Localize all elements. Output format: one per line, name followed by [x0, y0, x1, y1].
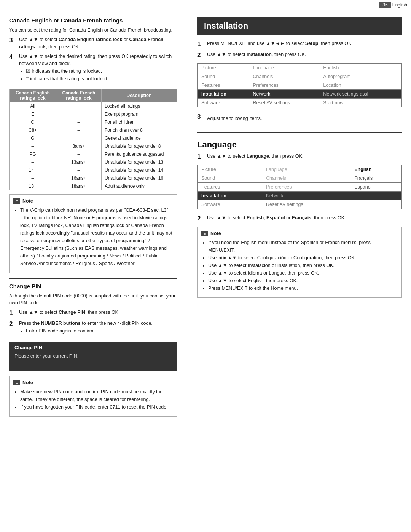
- install-step3: 3 Adjust the following items.: [197, 113, 402, 127]
- page-language: English: [392, 2, 407, 8]
- installation-section: Installation 1 Press MENU/EXIT and use ▲…: [197, 17, 402, 127]
- step4-text: Use ▲▼ to select the desired rating, the…: [19, 53, 177, 85]
- bullet-unlocked: □ indicates that the rating is not locke…: [26, 75, 177, 83]
- menu-row: SoftwareReset AV settingsStart now: [198, 99, 402, 107]
- table-cell: Unsuitable for ages under 8: [101, 142, 177, 150]
- pin-step2-text: Press the NUMBER buttons to enter the ne…: [19, 320, 177, 337]
- change-pin-desc: Although the default PIN code (0000) is …: [9, 292, 177, 307]
- lang-menu-cell: Preferences: [262, 183, 350, 192]
- table-cell: Unsuitable for ages under 14: [101, 166, 177, 174]
- canada-step4: 4 Use ▲▼ to select the desired rating, t…: [9, 53, 177, 85]
- table-cell: 18ans+: [56, 182, 101, 190]
- pin-step2-num: 2: [9, 320, 17, 328]
- menu-cell: Language: [249, 64, 319, 72]
- table-cell: For children over 8: [101, 126, 177, 134]
- table-cell: Adult audience only: [101, 182, 177, 190]
- install-step1: 1 Press MENU/EXIT and use ▲▼◄► to select…: [197, 40, 402, 48]
- table-cell: –: [56, 118, 101, 126]
- table-cell: General audience: [101, 134, 177, 142]
- lang-note-item: Use ▲▼ to select Instalación or Installa…: [208, 262, 398, 269]
- pin-note-bullet1: Make sure new PIN code and confirm PIN c…: [20, 388, 173, 403]
- table-cell: E: [10, 110, 56, 118]
- lang-note-list: If you need the English menu instead of …: [208, 239, 398, 292]
- table-cell: G: [10, 134, 56, 142]
- page-number: 36: [379, 2, 390, 8]
- lang-menu-cell: Language: [262, 165, 350, 174]
- lang-note-item: Use ◄►▲▼ to select Configuración or Conf…: [208, 254, 398, 262]
- pin-box-title: Change PIN: [14, 345, 172, 350]
- menu-cell: Picture: [198, 64, 249, 72]
- lang-step2-text: Use ▲▼ to select English, Español or Fra…: [207, 214, 402, 222]
- table-cell: –: [10, 158, 56, 166]
- pin-note-bullet2: If you have forgotten your PIN code, ent…: [20, 403, 173, 411]
- change-pin-title: Change PIN: [9, 283, 177, 289]
- menu-cell: Start now: [319, 99, 402, 107]
- menu-cell: Preferences: [249, 81, 319, 90]
- table-cell: –: [10, 174, 56, 182]
- left-column: Canada English or Canada French ratings …: [0, 10, 186, 430]
- menu-cell: Installation: [198, 90, 249, 99]
- menu-cell: English: [319, 64, 402, 72]
- lang-menu-row: FeaturesPreferencesEspañol: [198, 183, 402, 192]
- install-step1-text: Press MENU/EXIT and use ▲▼◄► to select S…: [207, 40, 402, 47]
- menu-row: PictureLanguageEnglish: [198, 64, 402, 72]
- menu-cell: Channels: [249, 72, 319, 81]
- table-cell: 18+: [10, 182, 56, 190]
- pin-box-line: [14, 364, 172, 364]
- lang-menu-cell: English: [350, 165, 402, 174]
- lang-note-box: ≡ Note If you need the English menu inst…: [197, 227, 402, 298]
- menu-cell: Network settings assi: [319, 90, 402, 99]
- lang-menu-cell: Reset AV settings: [262, 200, 350, 209]
- install-step3-text: Adjust the following items.: [207, 115, 402, 122]
- canada-ratings-title: Canada English or Canada French ratings: [9, 17, 177, 24]
- menu-row: FeaturesPreferencesLocation: [198, 81, 402, 90]
- menu-cell: Software: [198, 99, 249, 107]
- lang-menu-cell: Channels: [262, 174, 350, 183]
- table-cell: 16ans+: [56, 174, 101, 182]
- lang-note-item: Use ▲▼ to select Idioma or Langue, then …: [208, 269, 398, 277]
- table-cell: Unsuitable for ages under 16: [101, 174, 177, 182]
- pin-step1: 1 Use ▲▼ to select Change PIN, then pres…: [9, 309, 177, 317]
- table-cell: 13ans+: [56, 158, 101, 166]
- step3-text: Use ▲▼ to select Canada English ratings …: [19, 36, 177, 51]
- change-pin-section: Change PIN Although the default PIN code…: [9, 283, 177, 417]
- table-cell: All: [10, 102, 56, 110]
- lang-note-icon: ≡: [201, 231, 208, 236]
- step3-num: 3: [9, 36, 17, 45]
- table-header-desc: Description: [101, 89, 177, 102]
- lang-menu-cell: [350, 192, 402, 200]
- step4-num: 4: [9, 53, 17, 61]
- bullet-locked: ☑ indicates that the rating is locked.: [26, 67, 177, 75]
- change-pin-box: Change PIN Please enter your current PIN…: [9, 342, 177, 371]
- language-heading: Language: [197, 140, 402, 150]
- install-step1-num: 1: [197, 40, 205, 48]
- table-cell: PG: [10, 150, 56, 158]
- menu-row: InstallationNetworkNetwork settings assi: [198, 90, 402, 99]
- canada-note-title: ≡ Note: [13, 198, 173, 205]
- table-cell: –: [56, 126, 101, 134]
- lang-note-item: Use ▲▼ to select English, then press OK.: [208, 277, 398, 284]
- table-cell: [56, 134, 101, 142]
- lang-menu-cell: Español: [350, 183, 402, 192]
- section-divider-1: [9, 278, 177, 279]
- lang-note-item: If you need the English menu instead of …: [208, 239, 398, 254]
- section-divider-2: [197, 132, 402, 133]
- menu-cell: Reset AV settings: [249, 99, 319, 107]
- canada-note-text: The V-Chip can block non rated programs …: [20, 206, 173, 267]
- note-icon: ≡: [13, 198, 20, 204]
- pin-step2-bullet: Enter PIN code again to confirm.: [26, 327, 177, 335]
- lang-note-item: Press MENU/EXIT to exit the Home menu.: [208, 284, 398, 292]
- lang-menu-table: PictureLanguageEnglishSoundChannelsFranç…: [197, 165, 402, 209]
- lang-note-title: ≡ Note: [201, 230, 398, 237]
- table-cell: [56, 110, 101, 118]
- table-cell: [56, 102, 101, 110]
- pin-step1-text: Use ▲▼ to select Change PIN, then press …: [19, 309, 177, 316]
- table-cell: Exempt program: [101, 110, 177, 118]
- menu-cell: Network: [249, 90, 319, 99]
- install-step2: 2 Use ▲▼ to select Installation, then pr…: [197, 51, 402, 59]
- menu-cell: Sound: [198, 72, 249, 81]
- install-step2-num: 2: [197, 51, 205, 59]
- right-column: Installation 1 Press MENU/EXIT and use ▲…: [186, 10, 411, 430]
- table-cell: –: [56, 166, 101, 174]
- canada-note-box: ≡ Note The V-Chip can block non rated pr…: [9, 194, 177, 273]
